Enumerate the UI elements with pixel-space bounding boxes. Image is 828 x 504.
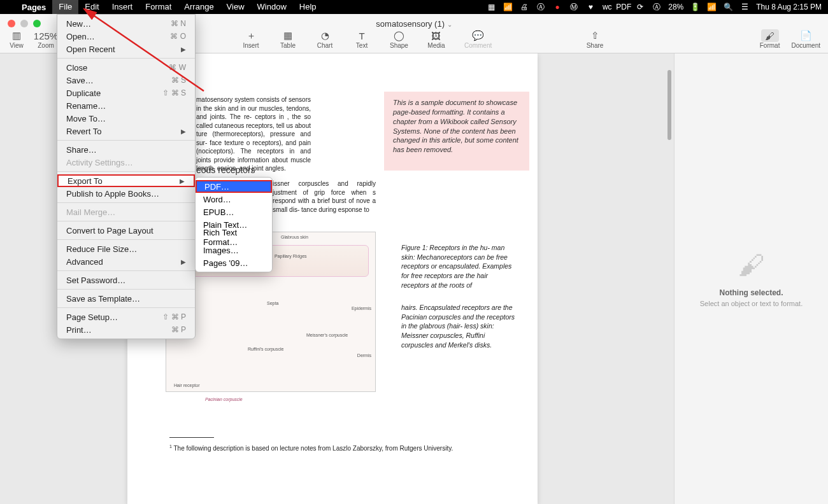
printer-icon[interactable]: 🖨 [519, 2, 529, 12]
body-text[interactable]: matosensory system consists of sensors i… [196, 95, 311, 173]
format-inspector: 🖌 Nothing selected. Select an object or … [674, 53, 828, 504]
menu-item-activity-settings: Activity Settings… [57, 156, 195, 169]
scrollbar[interactable] [667, 70, 671, 140]
plus-icon: ＋ [242, 29, 260, 42]
export-pages-09[interactable]: Pages '09… [196, 256, 272, 269]
menu-item-advanced[interactable]: Advanced▶ [57, 255, 195, 268]
clock[interactable]: Thu 8 Aug 2:15 PM [756, 3, 822, 11]
menu-item-duplicate[interactable]: Duplicate⇧ ⌘ S [57, 87, 195, 99]
sync-icon[interactable]: ⟳ [635, 2, 645, 12]
insert-button[interactable]: ＋Insert [242, 29, 260, 49]
menu-item-rename[interactable]: Rename… [57, 99, 195, 112]
control-center-icon[interactable]: ☰ [739, 2, 750, 12]
export-epub[interactable]: EPUB… [196, 206, 272, 218]
keyboard-icon[interactable]: Ⓐ [652, 2, 662, 12]
menu-item-new[interactable]: New…⌘ N [57, 17, 195, 30]
menu-edit[interactable]: Edit [78, 0, 105, 14]
menu-view[interactable]: View [220, 0, 251, 14]
menu-item-open[interactable]: Open…⌘ O [57, 30, 195, 43]
status-icon[interactable]: 📶 [503, 2, 513, 12]
record-icon[interactable]: ● [552, 2, 562, 12]
menu-item-save[interactable]: Save…⌘ S [57, 74, 195, 87]
menubar: Pages File Edit Insert Format Arrange Vi… [0, 0, 828, 14]
callout-box[interactable]: This is a sample document to showcase pa… [384, 92, 529, 171]
menu-arrange[interactable]: Arrange [178, 0, 220, 14]
menu-item-move-to[interactable]: Move To… [57, 112, 195, 125]
footnote[interactable]: 1 The following description is based on … [169, 444, 453, 452]
app-menu[interactable]: Pages [15, 3, 52, 12]
inspector-subtitle: Select an object or text to format. [700, 300, 803, 307]
pdf-icon[interactable]: PDF [618, 2, 629, 12]
chevron-down-icon: ⌄ [447, 21, 452, 28]
document-icon: 📄 [797, 29, 815, 42]
comment-icon: 💬 [469, 29, 487, 42]
chart-icon: ◔ [316, 29, 334, 42]
status-icon[interactable]: Ⓐ [536, 2, 546, 12]
menu-item-open-recent[interactable]: Open Recent▶ [57, 43, 195, 55]
status-area: ▦ 📶 🖨 Ⓐ ● Ⓜ ♥ wc PDF ⟳ Ⓐ 28% 🔋 📶 🔍 ☰ Thu… [486, 2, 828, 12]
battery-icon[interactable]: 🔋 [690, 2, 700, 12]
export-word[interactable]: Word… [196, 193, 272, 206]
inspector-title: Nothing selected. [719, 288, 783, 297]
fig-label: Septa [267, 301, 278, 305]
menu-item-page-setup[interactable]: Page Setup…⇧ ⌘ P [57, 311, 195, 323]
status-icon[interactable]: Ⓜ [569, 2, 579, 12]
chevron-right-icon: ▶ [181, 258, 186, 265]
menu-item-close[interactable]: Close⌘ W [57, 61, 195, 74]
menu-item-publish-to-apple-books[interactable]: Publish to Apple Books… [57, 187, 195, 200]
figure-caption[interactable]: Figure 1: Receptors in the hu- man skin:… [401, 243, 516, 290]
comment-button: 💬Comment [464, 29, 492, 49]
brush-icon: 🖌 [738, 250, 765, 281]
menu-help[interactable]: Help [293, 0, 323, 14]
wifi-icon[interactable]: 📶 [706, 2, 717, 12]
menu-item-revert-to[interactable]: Revert To▶ [57, 125, 195, 137]
export-submenu: PDF…Word…EPUB…Plain Text…Rich Text Forma… [195, 177, 273, 272]
zoom-value: 125% [37, 29, 55, 42]
fig-label: Papillary Ridges [275, 254, 307, 258]
menu-item-save-as-template[interactable]: Save as Template… [57, 292, 195, 305]
menu-item-reduce-file-size[interactable]: Reduce File Size… [57, 242, 195, 255]
menu-item-mail-merge: Mail Merge… [57, 206, 195, 218]
shape-button[interactable]: ◯Shape [390, 29, 408, 49]
view-button[interactable]: ▥View [8, 29, 25, 49]
menu-item-convert-to-page-layout[interactable]: Convert to Page Layout [57, 224, 195, 237]
share-icon: ⇧ [586, 29, 604, 42]
text-button[interactable]: TText [353, 29, 371, 49]
brush-icon: 🖌 [761, 29, 779, 42]
chart-button[interactable]: ◔Chart [316, 29, 334, 49]
export-rich-text-format[interactable]: Rich Text Format… [196, 231, 272, 244]
status-icon[interactable]: ▦ [486, 2, 496, 12]
document-inspector-button[interactable]: 📄Document [791, 29, 820, 49]
battery-text: 28% [668, 3, 683, 11]
heading[interactable]: eous receptors [196, 165, 255, 175]
menu-item-print[interactable]: Print…⌘ P [57, 323, 195, 336]
body-text[interactable]: issner corpuscles and rapidly justment o… [273, 179, 376, 214]
menu-item-share[interactable]: Share… [57, 143, 195, 156]
menu-insert[interactable]: Insert [106, 0, 139, 14]
menu-window[interactable]: Window [251, 0, 293, 14]
shape-icon: ◯ [390, 29, 408, 42]
fig-label: Ruffini's corpuscle [248, 347, 283, 351]
small-label: Pacinian corpuscle [205, 397, 243, 402]
menu-item-set-password[interactable]: Set Password… [57, 274, 195, 286]
fig-label: Meissner's corpuscle [306, 333, 348, 337]
file-menu-dropdown: New…⌘ NOpen…⌘ OOpen Recent▶Close⌘ WSave…… [57, 14, 196, 339]
wc-icon[interactable]: wc [602, 2, 612, 12]
export-pdf[interactable]: PDF… [196, 180, 272, 193]
fig-label: Hair receptor [174, 383, 199, 388]
fig-label: Glabrous skin [281, 235, 308, 239]
menu-file[interactable]: File [52, 0, 78, 14]
table-button[interactable]: ▦Table [279, 29, 297, 49]
figure-caption[interactable]: hairs. Encapsulated receptors are the Pa… [401, 303, 516, 349]
heart-icon[interactable]: ♥ [585, 2, 596, 12]
zoom-button[interactable]: 125%Zoom [37, 29, 55, 49]
media-button[interactable]: 🖼Media [427, 29, 445, 49]
fig-label: Dermis [357, 353, 371, 358]
fig-label: Epidermis [352, 306, 371, 311]
share-button[interactable]: ⇧Share [586, 29, 604, 49]
media-icon: 🖼 [427, 29, 445, 42]
menu-item-export-to[interactable]: Export To▶ [57, 174, 195, 187]
search-icon[interactable]: 🔍 [723, 2, 733, 12]
format-inspector-button[interactable]: 🖌Format [760, 29, 780, 49]
menu-format[interactable]: Format [139, 0, 178, 14]
